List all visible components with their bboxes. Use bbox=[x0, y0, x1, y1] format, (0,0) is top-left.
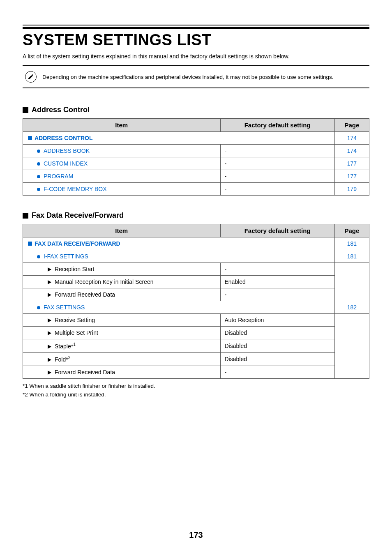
square-marker-icon bbox=[28, 136, 32, 140]
table-row: Reception Start- bbox=[23, 263, 369, 276]
triangle-marker-icon bbox=[48, 358, 51, 362]
page-cell bbox=[334, 263, 369, 301]
page-cell bbox=[334, 314, 369, 379]
item-cell[interactable]: FAX SETTINGS bbox=[23, 301, 335, 314]
page-cell[interactable]: 181 bbox=[334, 237, 369, 250]
bullet-marker-icon bbox=[37, 255, 40, 258]
item-cell: Forward Received Data bbox=[23, 288, 221, 301]
page-link[interactable]: 177 bbox=[347, 173, 357, 180]
footnotes: *1 When a saddle stitch finisher or fini… bbox=[23, 382, 369, 399]
square-bullet-icon bbox=[23, 213, 28, 219]
pencil-icon bbox=[25, 71, 37, 83]
table-row: Receive SettingAuto Reception bbox=[23, 314, 369, 327]
table-row: ADDRESS CONTROL174 bbox=[23, 132, 369, 145]
table-row: Staple*1Disabled bbox=[23, 339, 369, 353]
item-label[interactable]: ADDRESS CONTROL bbox=[35, 135, 93, 141]
section-address-control: Address Control Item Factory default set… bbox=[23, 106, 369, 196]
item-cell[interactable]: F-CODE MEMORY BOX bbox=[23, 183, 221, 196]
note-box: Depending on the machine specifications … bbox=[23, 65, 369, 88]
page-link[interactable]: 181 bbox=[347, 253, 357, 260]
item-label: Receive Setting bbox=[55, 317, 95, 323]
table-row: F-CODE MEMORY BOX-179 bbox=[23, 183, 369, 196]
page-link[interactable]: 182 bbox=[347, 304, 357, 311]
item-cell: Manual Reception Key in Initial Screen bbox=[23, 276, 221, 288]
page-title: SYSTEM SETTINGS LIST bbox=[23, 31, 369, 49]
item-label[interactable]: I-FAX SETTINGS bbox=[44, 253, 88, 260]
item-label[interactable]: CUSTOM INDEX bbox=[44, 160, 88, 167]
table-row: Forward Received Data- bbox=[23, 288, 369, 301]
item-label: Forward Received Data bbox=[55, 291, 115, 298]
bullet-marker-icon bbox=[37, 188, 40, 191]
section-heading-text: Address Control bbox=[32, 106, 90, 114]
page-cell[interactable]: 181 bbox=[334, 250, 369, 263]
footnote-2: *2 When a folding unit is installed. bbox=[23, 391, 369, 399]
page-number: 173 bbox=[23, 530, 369, 540]
item-label[interactable]: FAX SETTINGS bbox=[44, 304, 85, 311]
triangle-marker-icon bbox=[48, 267, 51, 272]
triangle-marker-icon bbox=[48, 318, 51, 322]
bullet-marker-icon bbox=[37, 162, 40, 166]
item-cell[interactable]: FAX DATA RECEIVE/FORWARD bbox=[23, 237, 335, 250]
page-cell[interactable]: 177 bbox=[334, 170, 369, 183]
table-row: PROGRAM-177 bbox=[23, 170, 369, 183]
item-cell: Fold*2 bbox=[23, 352, 221, 366]
page-link[interactable]: 179 bbox=[347, 186, 357, 192]
triangle-marker-icon bbox=[48, 371, 51, 375]
item-cell[interactable]: ADDRESS BOOK bbox=[23, 145, 221, 157]
item-label[interactable]: ADDRESS BOOK bbox=[44, 147, 90, 154]
factory-cell: - bbox=[220, 170, 334, 183]
item-label[interactable]: F-CODE MEMORY BOX bbox=[44, 186, 107, 192]
item-cell[interactable]: ADDRESS CONTROL bbox=[23, 132, 335, 145]
table-row: Manual Reception Key in Initial ScreenEn… bbox=[23, 276, 369, 288]
factory-cell: Disabled bbox=[220, 352, 334, 366]
page-cell[interactable]: 179 bbox=[334, 183, 369, 196]
col-header-page: Page bbox=[334, 119, 369, 132]
item-label: Forward Received Data bbox=[55, 369, 115, 375]
item-label: Manual Reception Key in Initial Screen bbox=[55, 279, 153, 285]
item-label: Fold*2 bbox=[55, 356, 70, 363]
intro-text: A list of the system setting items expla… bbox=[23, 53, 369, 60]
factory-cell: - bbox=[220, 366, 334, 379]
fax-data-table: Item Factory default setting Page FAX DA… bbox=[23, 224, 369, 379]
item-label[interactable]: FAX DATA RECEIVE/FORWARD bbox=[35, 240, 120, 247]
item-cell[interactable]: PROGRAM bbox=[23, 170, 221, 183]
square-marker-icon bbox=[28, 242, 32, 246]
table-row: Multiple Set PrintDisabled bbox=[23, 327, 369, 339]
page-link[interactable]: 174 bbox=[347, 147, 357, 154]
item-label[interactable]: PROGRAM bbox=[44, 173, 73, 180]
bullet-marker-icon bbox=[37, 306, 40, 309]
section-fax-data: Fax Data Receive/Forward Item Factory de… bbox=[23, 211, 369, 399]
item-label: Reception Start bbox=[55, 266, 95, 272]
triangle-marker-icon bbox=[48, 293, 51, 297]
item-cell[interactable]: I-FAX SETTINGS bbox=[23, 250, 335, 263]
footnote-1: *1 When a saddle stitch finisher or fini… bbox=[23, 382, 369, 390]
section-heading: Address Control bbox=[23, 106, 369, 114]
page-link[interactable]: 177 bbox=[347, 160, 357, 167]
triangle-marker-icon bbox=[48, 280, 51, 284]
table-row: FAX DATA RECEIVE/FORWARD181 bbox=[23, 237, 369, 250]
page-cell[interactable]: 174 bbox=[334, 132, 369, 145]
col-header-item: Item bbox=[23, 224, 221, 237]
table-row: ADDRESS BOOK-174 bbox=[23, 145, 369, 157]
factory-cell: - bbox=[220, 288, 334, 301]
table-row: Forward Received Data- bbox=[23, 366, 369, 379]
page-link[interactable]: 181 bbox=[347, 240, 357, 247]
title-rule bbox=[23, 25, 369, 29]
table-row: CUSTOM INDEX-177 bbox=[23, 157, 369, 170]
factory-cell: - bbox=[220, 157, 334, 170]
table-row: FAX SETTINGS182 bbox=[23, 301, 369, 314]
col-header-item: Item bbox=[23, 119, 221, 132]
page-link[interactable]: 174 bbox=[347, 135, 357, 141]
factory-cell: - bbox=[220, 145, 334, 157]
item-cell: Forward Received Data bbox=[23, 366, 221, 379]
page-cell[interactable]: 174 bbox=[334, 145, 369, 157]
col-header-page: Page bbox=[334, 224, 369, 237]
item-cell[interactable]: CUSTOM INDEX bbox=[23, 157, 221, 170]
page-cell[interactable]: 182 bbox=[334, 301, 369, 314]
col-header-factory: Factory default setting bbox=[220, 119, 334, 132]
address-control-table: Item Factory default setting Page ADDRES… bbox=[23, 118, 369, 196]
page-cell[interactable]: 177 bbox=[334, 157, 369, 170]
item-cell: Multiple Set Print bbox=[23, 327, 221, 339]
note-text: Depending on the machine specifications … bbox=[42, 74, 333, 80]
table-row: I-FAX SETTINGS181 bbox=[23, 250, 369, 263]
